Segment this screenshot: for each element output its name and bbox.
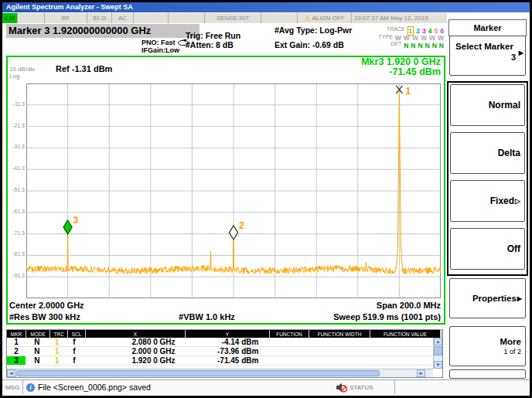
marker-table-cell-fnw (303, 356, 363, 365)
marker-table-cell-fn (264, 356, 303, 365)
trace-detectors-value: N (425, 42, 430, 49)
col-header-scl: SCL (68, 330, 85, 338)
off-button[interactable]: Off (450, 228, 525, 270)
col-header-mkr: MKR (7, 330, 26, 338)
normal-button[interactable]: Normal (450, 84, 525, 126)
span-label: Span 200.0 MHz (377, 301, 441, 310)
select-marker-value: 3 (511, 53, 516, 62)
y-axis-tick-label: -51.3 (8, 187, 25, 192)
message-bar: MSG i File <Screen_0006.png> saved STATU… (2, 379, 530, 394)
type-row-label: TYPE (379, 34, 393, 39)
marker-table-cell-mode: N (26, 356, 49, 365)
message-text: File <Screen_0006.png> saved (38, 383, 151, 392)
marker-table-cell-fnv (363, 338, 433, 346)
select-marker-button[interactable]: Select Marker ▶ 3 (449, 36, 526, 76)
more-button[interactable]: More 1 of 2 (449, 326, 526, 366)
submenu-arrow-hollow-icon: ▷ (515, 197, 520, 205)
marker-table-cell-x: 2.080 0 GHz (83, 338, 182, 346)
properties-label: Properties (472, 294, 517, 303)
y-axis-tick-label: -11.3 (8, 101, 25, 107)
marker-table-cell-fnv (363, 356, 433, 365)
marker-table-cell-fnv (363, 347, 433, 355)
atten-label: #Atten: 8 dB (186, 40, 240, 49)
y-axis-tick-label: -41.3 (8, 165, 25, 171)
marker-table-cell-scl: f (66, 356, 83, 365)
y-axis-tick-label: -61.3 (8, 209, 25, 214)
align-off-label: ALIGN OFF (312, 15, 344, 22)
sense-indicator: SENSE:INT (205, 12, 261, 23)
scroll-left-button[interactable]: ◄ (7, 369, 15, 377)
trigger-block: Trig: Free Run #Atten: 8 dB (186, 31, 240, 49)
measurement-header: Marker 3 1.920000000000 GHz PNO: Fast IF… (2, 23, 448, 56)
y-axis-tick-label: -71.3 (8, 230, 25, 236)
marker-table-cell-scl: f (66, 338, 83, 346)
marker-result-readout: Mkr3 1.920 0 GHz -71.45 dBm (361, 57, 441, 77)
scroll-down-button[interactable]: ▼ (434, 361, 442, 369)
y-axis-tick-label: -91.3 (8, 273, 25, 278)
info-icon: i (26, 383, 35, 392)
trace-detectors-value: N (432, 42, 437, 49)
vertical-scroll-thumb[interactable] (434, 346, 442, 355)
vbw-label: #VBW 1.0 kHz (179, 312, 235, 321)
trace-detectors-value: N (411, 42, 415, 49)
col-header-y: Y (186, 330, 269, 338)
marker-table-row[interactable]: 2N1f2.000 0 GHz-73.96 dBm (7, 347, 433, 356)
softkey-menu: Marker Select Marker ▶ 3 Normal Delta Fi… (447, 12, 530, 378)
marker-table-cell-y: -4.14 dBm (182, 338, 265, 346)
col-header-x: X (86, 330, 185, 338)
fixed-label: Fixed (490, 196, 514, 206)
marker-table-cell-y: -71.45 dBm (182, 356, 265, 365)
horizontal-scroll-thumb[interactable] (16, 370, 380, 376)
speaker-muted-icon (336, 383, 347, 393)
marker-result-level: -71.45 dBm (361, 67, 441, 77)
det-row-label: DET (390, 41, 401, 46)
vertical-scrollbar[interactable]: ▲ ▼ (433, 338, 442, 369)
svg-text:3: 3 (73, 215, 79, 226)
marker-table-cell-mkr: 2 (7, 347, 26, 355)
more-label: More (500, 337, 521, 346)
pno-label: PNO: Fast (142, 39, 176, 46)
avg-type-label: #Avg Type: Log-Pwr (275, 26, 352, 35)
more-page-indicator: 1 of 2 (503, 348, 521, 355)
col-header-trc: TRC (50, 330, 67, 338)
sweep-label: Sweep 519.9 ms (1001 pts) (333, 312, 441, 321)
scroll-up-button[interactable]: ▲ (434, 338, 442, 345)
y-axis-tick-label: -31.3 (8, 144, 25, 149)
status-strip-spacer (261, 12, 298, 23)
trace-detectors-value: N (404, 42, 408, 49)
marker-table-row[interactable]: 1N1f2.080 0 GHz-4.14 dBm (7, 338, 433, 347)
horizontal-scrollbar[interactable]: ◄ ► (7, 369, 433, 377)
lxi-badge: LXI (2, 12, 18, 23)
res-bw-label: #Res BW 300 kHz (9, 312, 80, 321)
active-function-readout: Marker 3 1.920000000000 GHz (6, 24, 200, 38)
marker-table-cell-mkr: 3 (7, 356, 26, 365)
scroll-right-button[interactable]: ► (417, 369, 425, 377)
select-marker-label: Select Marker (450, 42, 519, 51)
properties-button[interactable]: Properties ▶ (449, 278, 526, 318)
coupling-indicator: AC (112, 12, 134, 23)
trace-status-block: TRACE 123456 TYPE WWWWWW DET NNNNNN (349, 26, 446, 48)
marker-table-cell-fn (264, 347, 303, 355)
align-off-indicator: ⚠ ALIGN OFF (298, 12, 352, 23)
display-area: Mkr3 1.920 0 GHz -71.45 dBm 10 dB/div Re… (6, 56, 445, 325)
y-axis-tick-label: -21.3 (8, 123, 25, 128)
fixed-button[interactable]: Fixed ▷ (450, 180, 525, 222)
menu-title: Marker (448, 19, 527, 36)
marker-table-cell-fn (264, 338, 303, 346)
delta-button[interactable]: Delta (450, 132, 525, 174)
warning-icon: ⚠ (304, 15, 310, 22)
marker-mode-group: Normal Delta Fixed ▷ Off (447, 81, 528, 276)
window-title-bar: Agilent Spectrum Analyzer - Swept SA (2, 2, 530, 12)
marker-table-row[interactable]: 3N1f1.920 0 GHz-71.45 dBm (7, 356, 433, 366)
scale-per-div-label: 10 dB/div (9, 66, 35, 73)
ext-gain-label: Ext Gain: -0.69 dB (275, 40, 344, 49)
marker-table-cell-mkr: 1 (7, 338, 26, 346)
marker-table-cell-scl: f (66, 347, 83, 355)
marker-table-cell-fnw (303, 347, 363, 355)
normal-label: Normal (489, 100, 520, 111)
marker-table-body: 1N1f2.080 0 GHz-4.14 dBm2N1f2.000 0 GHz-… (7, 338, 433, 369)
submenu-arrow-icon: ▶ (517, 295, 522, 302)
trace-detectors: NNNNNN (404, 37, 446, 51)
marker-table-header: MKR MODE TRC SCL X Y FUNCTION FUNCTION W… (7, 330, 442, 338)
center-freq-label: Center 2.0000 GHz (9, 301, 84, 310)
